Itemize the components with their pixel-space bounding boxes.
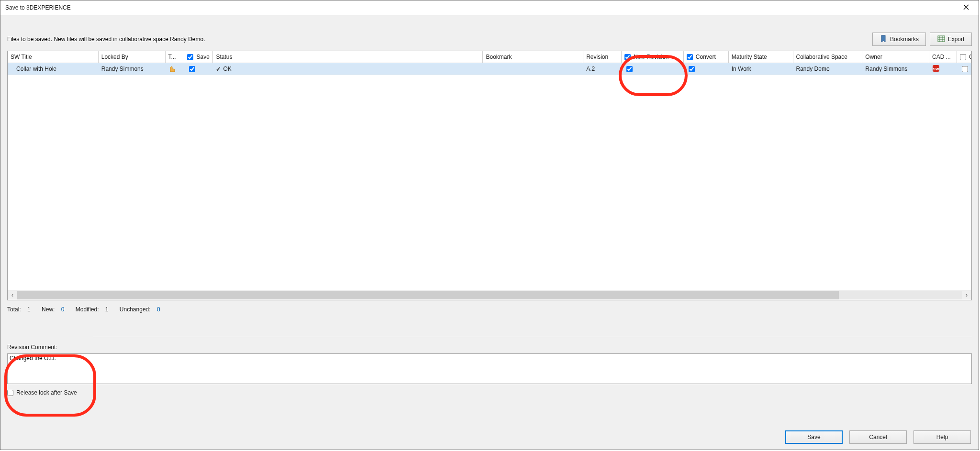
col-status[interactable]: Status: [213, 51, 483, 63]
bookmark-icon: [880, 35, 887, 44]
svg-rect-2: [938, 36, 945, 42]
summary-unchanged: 0: [157, 306, 160, 313]
header-checkbox-save[interactable]: [187, 54, 193, 60]
summary-modified: 1: [105, 306, 109, 313]
export-button[interactable]: Export: [930, 33, 972, 46]
col-convert[interactable]: Convert: [684, 51, 729, 63]
release-lock-label: Release lock after Save: [16, 389, 77, 396]
summary-new: 0: [61, 306, 65, 313]
cell-revision: A.2: [586, 66, 595, 72]
cell-sw-title: Collar with Hole: [16, 66, 56, 72]
col-sw-title[interactable]: SW Title: [8, 51, 99, 63]
col-g[interactable]: G: [957, 51, 971, 63]
header-checkbox-g[interactable]: [960, 54, 966, 60]
col-collab-space[interactable]: Collaborative Space: [793, 51, 863, 63]
export-table-icon: [937, 35, 945, 44]
col-owner[interactable]: Owner: [862, 51, 929, 63]
separator: [93, 336, 972, 337]
solidworks-icon: SW: [932, 65, 940, 74]
row-checkbox-convert[interactable]: [689, 66, 695, 72]
row-checkbox-g[interactable]: [962, 66, 968, 72]
svg-text:SW: SW: [933, 66, 939, 71]
save-button[interactable]: Save: [785, 430, 843, 444]
col-type[interactable]: T...: [166, 51, 185, 63]
help-button-label: Help: [936, 434, 948, 440]
cell-locked-by: Randy Simmons: [101, 66, 144, 72]
cancel-button-label: Cancel: [869, 434, 887, 440]
files-table: SW Title Locked By T... Save Status Book…: [7, 51, 972, 300]
cell-maturity-state: In Work: [732, 66, 751, 72]
row-checkbox-new-revision[interactable]: [626, 66, 633, 72]
header-checkbox-new-revision[interactable]: [624, 54, 631, 60]
revision-comment-label: Revision Comment:: [7, 344, 972, 351]
table-row[interactable]: Collar with Hole Randy Simmons ✓ OK A.2 …: [8, 63, 971, 75]
cell-owner: Randy Simmons: [865, 66, 907, 72]
scroll-left-arrow[interactable]: ‹: [8, 291, 17, 299]
revision-comment-input[interactable]: [7, 353, 972, 384]
info-text: Files to be saved. New files will be sav…: [7, 36, 205, 43]
bookmarks-button-label: Bookmarks: [890, 36, 919, 43]
part-icon: [168, 65, 176, 73]
title-bar: Save to 3DEXPERIENCE: [0, 0, 979, 15]
summary-total: 1: [27, 306, 31, 313]
close-button[interactable]: [957, 1, 976, 14]
col-save[interactable]: Save: [184, 51, 213, 63]
release-lock-checkbox[interactable]: [7, 390, 13, 396]
check-icon: ✓: [216, 66, 221, 73]
bookmarks-button[interactable]: Bookmarks: [872, 33, 926, 46]
table-horizontal-scrollbar[interactable]: ‹ ›: [8, 290, 971, 300]
col-maturity-state[interactable]: Maturity State: [729, 51, 793, 63]
dialog-window: Save to 3DEXPERIENCE Files to be saved. …: [0, 0, 979, 450]
table-header-row: SW Title Locked By T... Save Status Book…: [8, 51, 971, 63]
header-checkbox-convert[interactable]: [687, 54, 693, 60]
cancel-button[interactable]: Cancel: [849, 430, 907, 444]
col-bookmark[interactable]: Bookmark: [483, 51, 583, 63]
col-cad[interactable]: CAD ...: [929, 51, 957, 63]
row-checkbox-save[interactable]: [189, 66, 195, 72]
scroll-track[interactable]: [17, 291, 962, 299]
scroll-right-arrow[interactable]: ›: [962, 291, 971, 299]
scroll-thumb[interactable]: [17, 291, 839, 299]
col-locked-by[interactable]: Locked By: [99, 51, 166, 63]
cell-status: OK: [223, 66, 231, 72]
col-revision[interactable]: Revision: [583, 51, 622, 63]
summary-row: Total: 1 New: 0 Modified: 1 Unchanged: 0: [7, 306, 972, 313]
window-title: Save to 3DEXPERIENCE: [5, 4, 71, 11]
col-new-revision[interactable]: New Revision: [622, 51, 684, 63]
cell-collab-space: Randy Demo: [796, 66, 830, 72]
close-icon: [963, 4, 969, 11]
help-button[interactable]: Help: [913, 430, 971, 444]
export-button-label: Export: [948, 36, 965, 43]
save-button-label: Save: [807, 434, 820, 440]
